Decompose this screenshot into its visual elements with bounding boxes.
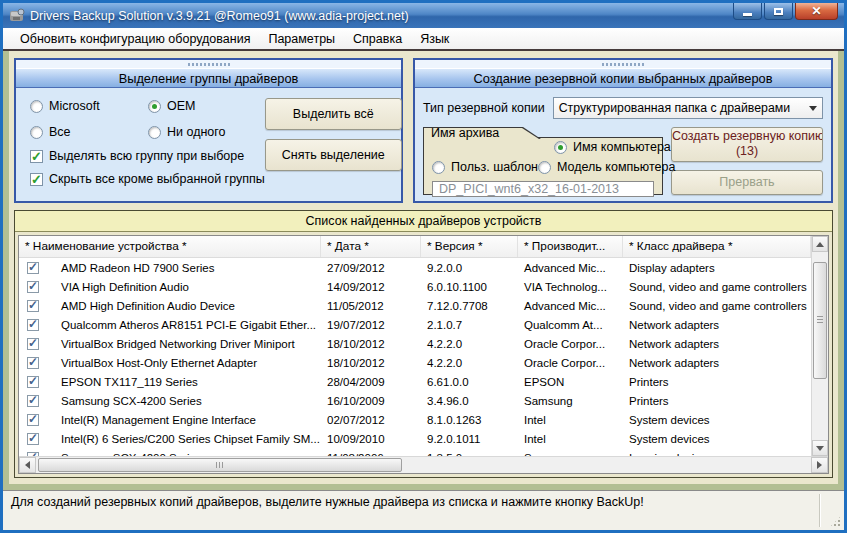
- date-cell: 14/09/2012: [321, 281, 421, 293]
- row-checkbox[interactable]: [27, 262, 39, 274]
- version-cell: 7.12.0.7708: [421, 300, 518, 312]
- create-backup-button[interactable]: Создать резервную копию (13): [671, 127, 823, 162]
- table-row[interactable]: Samsung SCX-4200 Series 11/08/2006 1.3.5…: [19, 448, 811, 456]
- row-checkbox[interactable]: [27, 414, 39, 426]
- groupbox-grip: [16, 60, 401, 68]
- menu-item[interactable]: Параметры: [259, 30, 344, 48]
- maximize-button[interactable]: [764, 3, 793, 20]
- checkbox-label: Скрыть все кроме выбранной группы: [49, 172, 265, 186]
- radio-all[interactable]: Все: [30, 125, 148, 139]
- table-row[interactable]: AMD Radeon HD 7900 Series 27/09/2012 9.2…: [19, 258, 811, 277]
- archive-name-input[interactable]: [432, 181, 654, 197]
- radio-icon[interactable]: [30, 100, 43, 113]
- radio-selected-icon[interactable]: [554, 141, 567, 154]
- manufacturer-cell: Qualcomm At...: [518, 319, 623, 331]
- row-checkbox[interactable]: [27, 433, 39, 445]
- vertical-scrollbar[interactable]: [811, 236, 828, 456]
- backup-type-value: Структурированная папка с драйверами: [559, 101, 790, 115]
- drivers-list-title: Список найденных драйверов устройств: [15, 211, 832, 232]
- content-area: Выделение группы драйверов Microsoft: [9, 51, 838, 484]
- row-checkbox[interactable]: [27, 281, 39, 293]
- radio-computer-name[interactable]: Имя компьютера: [554, 140, 671, 154]
- abort-button[interactable]: Прервать: [671, 170, 823, 195]
- vertical-scroll-track[interactable]: [812, 252, 828, 440]
- table-row[interactable]: AMD High Definition Audio Device 11/05/2…: [19, 296, 811, 315]
- radio-computer-model[interactable]: Модель компьютера: [538, 160, 675, 174]
- vertical-scroll-thumb[interactable]: [813, 262, 827, 379]
- row-checkbox[interactable]: [27, 452, 39, 457]
- radio-none[interactable]: Ни одного: [148, 125, 265, 139]
- horizontal-scroll-thumb[interactable]: [38, 458, 402, 472]
- table-row[interactable]: Samsung SCX-4200 Series 16/10/2009 3.4.9…: [19, 391, 811, 410]
- driver-class-cell: System devices: [623, 414, 811, 426]
- radio-icon[interactable]: [148, 126, 161, 139]
- scroll-right-icon: [817, 461, 822, 469]
- deselect-button[interactable]: Снять выделение: [265, 139, 402, 171]
- drivers-list-rows: AMD Radeon HD 7900 Series 27/09/2012 9.2…: [19, 258, 811, 456]
- select-all-button[interactable]: Выделить всё: [265, 98, 402, 130]
- date-cell: 11/05/2012: [321, 300, 421, 312]
- column-header[interactable]: * Версия *: [421, 236, 518, 257]
- table-row[interactable]: VirtualBox Bridged Networking Driver Min…: [19, 334, 811, 353]
- row-checkbox[interactable]: [27, 338, 39, 350]
- row-checkbox[interactable]: [27, 357, 39, 369]
- scroll-down-button[interactable]: [812, 440, 828, 456]
- device-name-cell: EPSON TX117_119 Series: [47, 376, 321, 388]
- window-title: Drivers Backup Solution v.3.9.21 @Romeo9…: [30, 9, 409, 23]
- drivers-list: * Наименование устройства * * Дата * * В…: [18, 235, 829, 474]
- row-checkbox[interactable]: [27, 376, 39, 388]
- horizontal-scrollbar[interactable]: [19, 456, 828, 473]
- radio-selected-icon[interactable]: [148, 100, 161, 113]
- row-checkbox[interactable]: [27, 319, 39, 331]
- radio-user-template[interactable]: Польз. шаблон: [432, 160, 538, 174]
- radio-icon[interactable]: [30, 126, 43, 139]
- menu-bar: Обновить конфигурацию оборудования Парам…: [3, 28, 844, 51]
- drivers-list-header: * Наименование устройства * * Дата * * В…: [19, 236, 811, 258]
- close-button[interactable]: [795, 3, 838, 20]
- status-text: Для созданий резервных копий драйверов, …: [11, 495, 644, 509]
- checkbox-checked-icon[interactable]: [30, 173, 43, 186]
- table-row[interactable]: VIA High Definition Audio 14/09/2012 6.0…: [19, 277, 811, 296]
- scroll-right-button[interactable]: [811, 457, 828, 473]
- column-header[interactable]: * Класс драйвера *: [623, 236, 811, 257]
- radio-icon[interactable]: [432, 161, 445, 174]
- checkbox-hide-others[interactable]: Скрыть все кроме выбранной группы: [30, 172, 265, 186]
- row-checkbox[interactable]: [27, 395, 39, 407]
- backup-type-dropdown[interactable]: Структурированная папка с драйверами: [553, 97, 823, 119]
- column-header[interactable]: * Производит...: [518, 236, 623, 257]
- scroll-up-button[interactable]: [812, 236, 828, 252]
- menu-item[interactable]: Язык: [411, 30, 458, 48]
- menu-item[interactable]: Обновить конфигурацию оборудования: [11, 30, 259, 48]
- device-name-cell: Samsung SCX-4200 Series: [47, 395, 321, 407]
- manufacturer-cell: EPSON: [518, 376, 623, 388]
- table-row[interactable]: VirtualBox Host-Only Ethernet Adapter 18…: [19, 353, 811, 372]
- table-row[interactable]: Intel(R) Management Engine Interface 02/…: [19, 410, 811, 429]
- driver-class-cell: System devices: [623, 433, 811, 445]
- window-body: Выделение группы драйверов Microsoft: [3, 51, 844, 490]
- row-checkbox[interactable]: [27, 300, 39, 312]
- column-header[interactable]: * Наименование устройства *: [19, 236, 321, 257]
- radio-microsoft[interactable]: Microsoft: [30, 99, 148, 113]
- scroll-left-button[interactable]: [19, 457, 36, 473]
- table-row[interactable]: Qualcomm Atheros AR8151 PCI-E Gigabit Et…: [19, 315, 811, 334]
- status-bar: Для созданий резервных копий драйверов, …: [3, 490, 844, 530]
- version-cell: 9.2.0.0: [421, 262, 518, 274]
- scroll-left-icon: [25, 461, 30, 469]
- manufacturer-cell: Oracle Corpor...: [518, 357, 623, 369]
- minimize-button[interactable]: [733, 3, 762, 20]
- version-cell: 6.0.10.1100: [421, 281, 518, 293]
- radio-icon[interactable]: [538, 161, 551, 174]
- table-row[interactable]: EPSON TX117_119 Series 28/04/2009 6.61.0…: [19, 372, 811, 391]
- driver-class-cell: Network adapters: [623, 357, 811, 369]
- checkbox-checked-icon[interactable]: [30, 150, 43, 163]
- menu-item[interactable]: Справка: [344, 30, 411, 48]
- title-bar[interactable]: Drivers Backup Solution v.3.9.21 @Romeo9…: [3, 3, 844, 28]
- resize-grip-icon[interactable]: [829, 515, 842, 528]
- column-header[interactable]: * Дата *: [321, 236, 421, 257]
- table-row[interactable]: Intel(R) 6 Series/C200 Series Chipset Fa…: [19, 429, 811, 448]
- radio-oem[interactable]: OEM: [148, 99, 265, 113]
- backup-type-label: Тип резервной копии: [423, 101, 545, 115]
- checkbox-select-whole-group[interactable]: Выделять всю группу при выборе: [30, 149, 265, 163]
- horizontal-scroll-track[interactable]: [36, 457, 811, 473]
- date-cell: 19/07/2012: [321, 319, 421, 331]
